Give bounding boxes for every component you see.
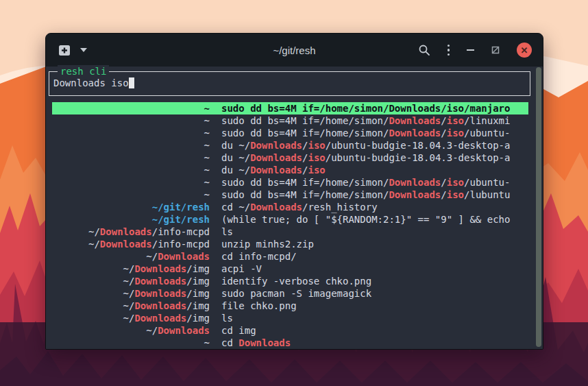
row-command: (while true; do [ "${RANDOM:2:1}" == "9"… — [221, 213, 528, 226]
row-command: sudo dd bs=4M if=/home/simon/Downloads/i… — [221, 114, 528, 127]
row-location: ~ — [52, 189, 210, 201]
row-location: ~/Downloads/img — [52, 275, 210, 287]
history-row[interactable]: ~sudo dd bs=4M if=/home/simon/Downloads/… — [52, 176, 528, 189]
terminal-content[interactable]: resh cli Downloads iso ~sudo dd bs=4M if… — [46, 67, 543, 350]
row-command: sudo dd bs=4M if=/home/simon/Downloads/i… — [221, 176, 528, 189]
row-command: cd ~/Downloads/resh_history — [221, 201, 528, 213]
menu-button[interactable] — [448, 45, 450, 56]
history-row[interactable]: ~/git/resh(while true; do [ "${RANDOM:2:… — [52, 213, 528, 226]
row-command: cd info-mcpd/ — [221, 250, 528, 263]
history-row[interactable]: ~du ~/Downloads/iso — [52, 164, 528, 176]
row-location: ~/Downloads — [52, 250, 210, 263]
row-command: sudo pacman -S imagemagick — [221, 287, 528, 300]
row-location: ~ — [52, 152, 210, 164]
history-row[interactable]: ~/Downloads/imgacpi -V — [52, 263, 528, 275]
history-row-selected[interactable]: ~sudo dd bs=4M if=/home/simon/Downloads/… — [52, 102, 528, 114]
history-row[interactable]: ~du ~/Downloads/iso/ubuntu-budgie-18.04.… — [52, 152, 528, 164]
history-list: ~sudo dd bs=4M if=/home/simon/Downloads/… — [52, 102, 528, 349]
row-location: ~/Downloads/img — [52, 300, 210, 312]
row-location: ~ — [52, 114, 210, 127]
history-row[interactable]: ~/Downloads/imgls — [52, 312, 528, 324]
resh-search-box: resh cli Downloads iso — [49, 71, 530, 96]
row-location: ~/git/resh — [52, 213, 210, 226]
row-command: file chko.png — [221, 300, 528, 312]
row-location: ~/git/resh — [52, 201, 210, 213]
row-location: ~/Downloads/img — [52, 287, 210, 300]
row-command: unzip minhs2.zip — [221, 238, 528, 250]
search-icon — [418, 44, 430, 56]
row-command: acpi -V — [221, 263, 528, 275]
history-row[interactable]: ~/Downloads/imgsudo pacman -S imagemagic… — [52, 287, 528, 300]
desktop: ~/git/resh — [0, 0, 588, 386]
row-command: sudo dd bs=4M if=/home/simon/Downloads/i… — [221, 102, 528, 114]
restore-icon — [491, 46, 500, 54]
restore-button[interactable] — [491, 46, 500, 54]
row-location: ~ — [52, 337, 210, 349]
row-location: ~ — [52, 164, 210, 176]
titlebar: ~/git/resh — [46, 34, 543, 67]
scrollbar-thumb[interactable] — [536, 67, 541, 347]
history-row[interactable]: ~/Downloads/info-mcpdunzip minhs2.zip — [52, 238, 528, 250]
history-row[interactable]: ~sudo dd bs=4M if=/home/simon/Downloads/… — [52, 189, 528, 201]
row-location: ~ — [52, 176, 210, 189]
history-row[interactable]: ~sudo dd bs=4M if=/home/simon/Downloads/… — [52, 127, 528, 139]
history-row[interactable]: ~/git/reshcd ~/Downloads/resh_history — [52, 201, 528, 213]
row-command: identify -verbose chko.png — [221, 275, 528, 287]
history-row[interactable]: ~/Downloads/imgidentify -verbose chko.pn… — [52, 275, 528, 287]
chevron-down-icon[interactable] — [80, 48, 87, 52]
new-tab-icon — [57, 44, 72, 57]
row-location: ~/Downloads/img — [52, 263, 210, 275]
row-command: du ~/Downloads/iso/ubuntu-budgie-18.04.3… — [221, 152, 528, 164]
search-input[interactable]: Downloads iso — [53, 77, 134, 88]
history-row[interactable]: ~du ~/Downloads/iso/ubuntu-budgie-18.04.… — [52, 139, 528, 152]
terminal-window: ~/git/resh — [45, 33, 543, 350]
new-tab-button[interactable] — [57, 44, 72, 57]
history-row[interactable]: ~sudo dd bs=4M if=/home/simon/Downloads/… — [52, 114, 528, 127]
row-command: ls — [221, 226, 528, 238]
search-query-text: Downloads iso — [53, 77, 129, 88]
history-row[interactable]: ~cd Downloads — [52, 337, 528, 349]
close-button[interactable]: ✕ — [517, 43, 532, 58]
close-icon: ✕ — [521, 46, 528, 55]
row-command: cd img — [221, 324, 528, 337]
row-location: ~ — [52, 139, 210, 152]
history-row[interactable]: ~/Downloadscd img — [52, 324, 528, 337]
row-command: du ~/Downloads/iso — [221, 164, 528, 176]
row-location: ~/Downloads — [52, 324, 210, 337]
resh-frame-label: resh cli — [58, 65, 109, 77]
row-command: sudo dd bs=4M if=/home/simon/Downloads/i… — [221, 127, 528, 139]
text-cursor — [129, 77, 134, 88]
row-location: ~ — [52, 127, 210, 139]
row-location: ~/Downloads/info-mcpd — [52, 238, 210, 250]
history-row[interactable]: ~/Downloadscd info-mcpd/ — [52, 250, 528, 263]
search-button[interactable] — [418, 44, 430, 56]
row-location: ~/Downloads/info-mcpd — [52, 226, 210, 238]
row-command: sudo dd bs=4M if=/home/simon/Downloads/i… — [221, 189, 528, 201]
history-row[interactable]: ~/Downloads/imgfile chko.png — [52, 300, 528, 312]
kebab-menu-icon — [448, 45, 450, 47]
minimize-icon — [467, 49, 474, 51]
minimize-button[interactable] — [467, 49, 474, 51]
history-row[interactable]: ~/Downloads/info-mcpdls — [52, 226, 528, 238]
row-command: ls — [221, 312, 528, 324]
row-command: du ~/Downloads/iso/ubuntu-budgie-18.04.3… — [221, 139, 528, 152]
row-location: ~ — [52, 102, 210, 114]
row-location: ~/Downloads/img — [52, 312, 210, 324]
row-command: cd Downloads — [221, 337, 528, 349]
